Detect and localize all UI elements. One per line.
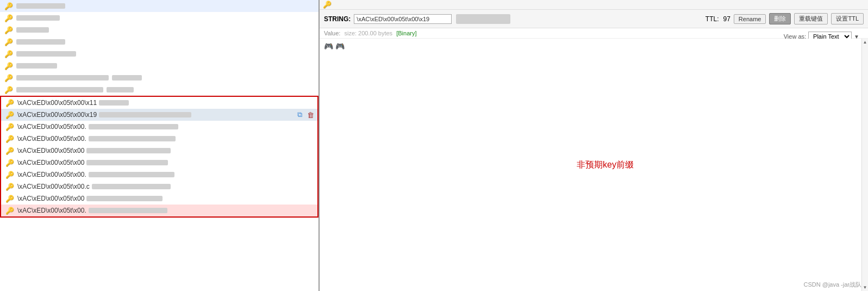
key-icon: 🔑 — [5, 159, 14, 167]
list-item[interactable]: 🔑 \xAC\xED\x00\x05t\x00 — [1, 145, 317, 157]
list-item[interactable]: 🔑 — [0, 72, 319, 84]
list-item[interactable]: 🔑 \xAC\xED\x00\x05t\x00. — [1, 133, 317, 145]
list-item[interactable]: 🔑 — [0, 48, 319, 60]
item-key-text: \xAC\xED\x00\x05t\x00. — [17, 135, 86, 143]
item-label — [16, 27, 49, 33]
key-icon: 🔑 — [5, 183, 14, 191]
item-label — [16, 87, 103, 92]
key-icon: 🔑 — [4, 50, 13, 58]
item-key-text: \xAC\xED\x00\x05t\x00. — [17, 123, 86, 131]
binary-link[interactable]: [Binary] — [396, 30, 416, 36]
item-label — [16, 39, 65, 45]
item-key-text: \xAC\xED\x00\x05t\x00\x19 — [17, 111, 97, 119]
watermark: CSDN @java -jar战队 — [803, 281, 861, 289]
string-value-extra — [456, 14, 510, 24]
right-header: STRING: TTL: 97 Rename 删除 重载键值 设置TTL — [320, 10, 868, 28]
item-blur — [89, 124, 178, 129]
value-info: Value: size: 200.00 bytes [Binary] — [324, 30, 416, 36]
item-key-text: \xAC\xED\x00\x05t\x00 — [17, 147, 84, 154]
list-item[interactable]: 🔑 \xAC\xED\x00\x05t\x00 — [1, 193, 317, 205]
item-blur — [89, 136, 176, 141]
list-item[interactable]: 🔑 — [0, 60, 319, 72]
content-area: 🎮 🎮 非预期key前缀 ▲ ▼ — [320, 39, 868, 291]
item-blur — [99, 100, 129, 106]
item-label — [16, 15, 60, 21]
key-icon-red: 🔑 — [5, 111, 14, 119]
key-icon: 🔑 — [5, 135, 14, 143]
list-item[interactable]: 🔑 — [0, 24, 319, 36]
item-key-text: \xAC\xED\x00\x05t\x00\x11 — [17, 99, 97, 107]
item-blur — [89, 172, 174, 177]
string-label: STRING: — [324, 15, 351, 23]
scroll-up-arrow[interactable]: ▲ — [862, 39, 868, 46]
key-icon: 🔑 — [4, 86, 13, 94]
item-key-text: \xAC\xED\x00\x05t\x00.c — [17, 183, 90, 190]
key-icon: 🔑 — [4, 26, 13, 34]
item-label — [16, 75, 109, 81]
delete-button[interactable]: 删除 — [769, 13, 791, 24]
binary-icon-1: 🎮 — [324, 42, 333, 51]
list-item[interactable]: 🔑 \xAC\xED\x00\x05t\x00 — [1, 157, 317, 169]
top-item-label — [16, 3, 65, 9]
list-item[interactable]: 🔑 — [0, 84, 319, 96]
key-icon: 🔑 — [4, 14, 13, 22]
main-container: 🔑 🔑 🔑 🔑 🔑 🔑 🔑 🔑 — [0, 0, 868, 291]
size-text: size: 200.00 bytes — [344, 30, 392, 36]
top-tree-item[interactable]: 🔑 — [0, 0, 319, 12]
item-blur — [92, 184, 171, 189]
refresh-button[interactable]: 重载键值 — [794, 13, 828, 24]
item-blur — [89, 208, 167, 213]
item-blur — [86, 196, 163, 201]
item-actions: ⧉ 🗑 — [295, 110, 317, 120]
center-message: 非预期key前缀 — [577, 159, 634, 171]
item-key-text: \xAC\xED\x00\x05t\x00 — [17, 195, 84, 202]
ttl-label: TTL: — [705, 15, 719, 23]
item-key-text: \xAC\xED\x00\x05t\x00. — [17, 207, 86, 214]
content-icons: 🎮 🎮 — [320, 39, 868, 54]
list-item[interactable]: 🔑 \xAC\xED\x00\x05t\x00. — [1, 169, 317, 181]
key-icon: 🔑 — [4, 62, 13, 70]
key-icon: 🔑 — [5, 99, 14, 107]
list-item[interactable]: 🔑 \xAC\xED\x00\x05t\x00. — [1, 121, 317, 133]
item-blur — [86, 148, 171, 153]
list-item[interactable]: 🔑 \xAC\xED\x00\x05t\x00. — [1, 205, 317, 216]
key-icon: 🔑 — [5, 207, 14, 215]
key-icon-top: 🔑 — [4, 2, 13, 10]
left-panel: 🔑 🔑 🔑 🔑 🔑 🔑 🔑 🔑 — [0, 0, 320, 291]
item-extra — [112, 75, 142, 81]
key-icon: 🔑 — [5, 171, 14, 179]
set-ttl-button[interactable]: 设置TTL — [831, 13, 864, 24]
scroll-down-arrow[interactable]: ▼ — [862, 284, 868, 291]
binary-icon-2: 🎮 — [335, 42, 345, 51]
delete-item-button[interactable]: 🗑 — [305, 110, 315, 120]
selected-list-item[interactable]: 🔑 \xAC\xED\x00\x05t\x00\x19 ⧉ 🗑 — [1, 109, 317, 121]
ttl-value: 97 — [723, 15, 730, 23]
key-icon: 🔑 — [4, 74, 13, 82]
string-value-input[interactable] — [354, 14, 452, 24]
red-border-group: 🔑 \xAC\xED\x00\x05t\x00\x11 🔑 \xAC\xED\x… — [0, 96, 319, 218]
item-extra — [107, 87, 134, 92]
key-icon: 🔑 — [5, 123, 14, 131]
list-item[interactable]: 🔑 — [0, 12, 319, 24]
item-key-text: \xAC\xED\x00\x05t\x00. — [17, 171, 86, 178]
list-item[interactable]: 🔑 \xAC\xED\x00\x05t\x00\x11 — [1, 97, 317, 109]
rename-button[interactable]: Rename — [734, 14, 766, 24]
top-key-icon: 🔑 — [323, 1, 332, 9]
top-bar: 🔑 — [320, 0, 868, 10]
list-item[interactable]: 🔑 \xAC\xED\x00\x05t\x00.c — [1, 181, 317, 193]
list-item[interactable]: 🔑 — [0, 36, 319, 48]
item-blur — [86, 160, 168, 165]
item-label — [16, 51, 76, 57]
right-scrollbar[interactable]: ▲ ▼ — [861, 39, 868, 291]
item-key-text: \xAC\xED\x00\x05t\x00 — [17, 159, 84, 166]
key-icon: 🔑 — [4, 38, 13, 46]
item-blur — [99, 112, 191, 117]
key-icon: 🔑 — [5, 147, 14, 155]
copy-item-button[interactable]: ⧉ — [295, 110, 304, 120]
right-panel: 🔑 STRING: TTL: 97 Rename 删除 重载键值 设置TTL V… — [320, 0, 868, 291]
value-label: Value: — [324, 30, 340, 36]
key-icon: 🔑 — [5, 195, 14, 203]
item-label — [16, 63, 57, 69]
